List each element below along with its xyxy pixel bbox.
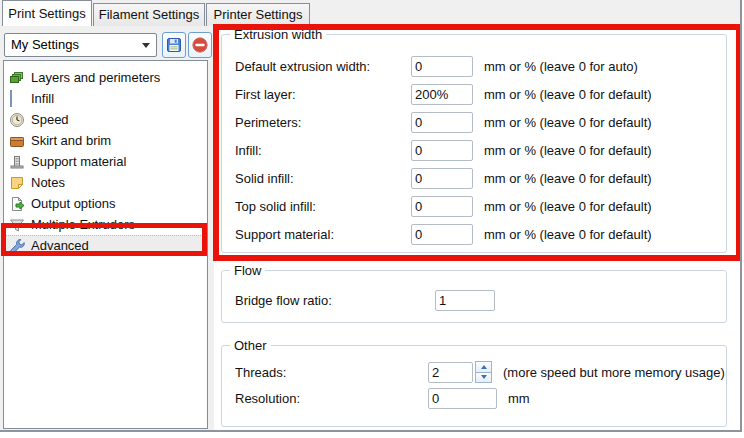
chevron-down-icon [142, 43, 150, 48]
slic3r-settings-window: Print Settings Filament Settings Printer… [0, 0, 742, 432]
output-icon [9, 196, 25, 212]
setting-unit: mm or % (leave 0 for auto) [484, 59, 638, 74]
sidebar-item-infill[interactable]: Infill [4, 88, 207, 109]
setting-row-threads: Threads: (more speed but more memory usa… [235, 359, 726, 385]
groupbox-extrusion-width: Extrusion width Default extrusion width:… [221, 34, 727, 253]
threads-stepper [475, 361, 492, 383]
stepper-down-button[interactable] [475, 373, 492, 384]
setting-unit: mm [508, 391, 530, 406]
settings-panel: Extrusion width Default extrusion width:… [214, 25, 741, 431]
setting-row-top-solid-infill: Top solid infill: mm or % (leave 0 for d… [235, 192, 726, 220]
sidebar-item-label: Infill [31, 91, 54, 106]
floppy-disk-icon [166, 37, 182, 53]
arrow-down-icon [481, 375, 487, 379]
arrow-up-icon [481, 365, 487, 369]
solid-infill-width-input[interactable] [411, 168, 473, 189]
tab-filament-settings[interactable]: Filament Settings [93, 3, 205, 26]
wrench-icon [9, 238, 25, 254]
setting-row-perimeters: Perimeters: mm or % (leave 0 for default… [235, 108, 726, 136]
groupbox-flow: Flow Bridge flow ratio: [221, 270, 727, 323]
setting-label: Perimeters: [235, 115, 411, 130]
red-minus-circle-icon [192, 37, 208, 53]
support-icon [9, 154, 25, 170]
sidebar-item-output-options[interactable]: Output options [4, 193, 207, 214]
groupbox-title: Other [230, 338, 271, 353]
setting-label: Resolution: [235, 391, 428, 406]
layers-icon [9, 70, 25, 86]
infill-width-input[interactable] [411, 140, 473, 161]
setting-unit: mm or % (leave 0 for default) [484, 87, 652, 102]
bridge-flow-ratio-input[interactable] [435, 290, 495, 311]
tab-print-settings[interactable]: Print Settings [2, 0, 92, 26]
sidebar-item-label: Support material [31, 154, 126, 169]
sidebar-item-label: Speed [31, 112, 69, 127]
infill-icon [9, 91, 25, 107]
tab-printer-settings[interactable]: Printer Settings [206, 3, 310, 26]
setting-unit: mm or % (leave 0 for default) [484, 171, 652, 186]
settings-category-list[interactable]: Layers and perimeters Infill Speed Skirt… [3, 60, 208, 429]
groupbox-title: Extrusion width [230, 27, 326, 42]
sidebar-item-multiple-extruders[interactable]: Multiple Extruders [4, 214, 207, 235]
setting-unit: (more speed but more memory usage) [503, 365, 725, 380]
setting-label: First layer: [235, 87, 411, 102]
setting-row-bridge-flow-ratio: Bridge flow ratio: [235, 286, 726, 314]
setting-unit: mm or % (leave 0 for default) [484, 199, 652, 214]
setting-label: Infill: [235, 143, 411, 158]
preset-dropdown[interactable]: My Settings [4, 33, 157, 57]
stepper-up-button[interactable] [475, 361, 492, 373]
sidebar-item-label: Skirt and brim [31, 133, 111, 148]
top-solid-infill-width-input[interactable] [411, 196, 473, 217]
sidebar-item-label: Output options [31, 196, 116, 211]
sidebar-item-notes[interactable]: Notes [4, 172, 207, 193]
sidebar-item-support-material[interactable]: Support material [4, 151, 207, 172]
sidebar-item-advanced[interactable]: Advanced [4, 235, 207, 256]
delete-preset-button[interactable] [188, 32, 212, 58]
setting-row-infill: Infill: mm or % (leave 0 for default) [235, 136, 726, 164]
threads-input[interactable] [428, 362, 473, 383]
save-preset-button[interactable] [162, 32, 186, 58]
sidebar-item-label: Layers and perimeters [31, 70, 160, 85]
skirt-icon [9, 133, 25, 149]
extruders-icon [9, 217, 25, 233]
sidebar-item-label: Notes [31, 175, 65, 190]
default-extrusion-width-input[interactable] [411, 56, 473, 77]
groupbox-other: Other Threads: (more speed but more memo… [221, 345, 727, 427]
speed-icon [9, 112, 25, 128]
sidebar-item-label: Advanced [31, 238, 89, 253]
sidebar-item-speed[interactable]: Speed [4, 109, 207, 130]
setting-row-default-extrusion-width: Default extrusion width: mm or % (leave … [235, 52, 726, 80]
preset-dropdown-value: My Settings [11, 37, 79, 52]
setting-unit: mm or % (leave 0 for default) [484, 143, 652, 158]
setting-unit: mm or % (leave 0 for default) [484, 227, 652, 242]
setting-row-solid-infill: Solid infill: mm or % (leave 0 for defau… [235, 164, 726, 192]
setting-label: Default extrusion width: [235, 59, 411, 74]
setting-row-support-material: Support material: mm or % (leave 0 for d… [235, 220, 726, 248]
sidebar-item-label: Multiple Extruders [31, 217, 135, 232]
setting-row-first-layer: First layer: mm or % (leave 0 for defaul… [235, 80, 726, 108]
setting-label: Top solid infill: [235, 199, 411, 214]
notes-icon [9, 175, 25, 191]
resolution-input[interactable] [428, 388, 497, 409]
perimeters-width-input[interactable] [411, 112, 473, 133]
setting-label: Solid infill: [235, 171, 411, 186]
setting-label: Support material: [235, 227, 411, 242]
setting-unit: mm or % (leave 0 for default) [484, 115, 652, 130]
groupbox-title: Flow [230, 263, 265, 278]
setting-row-resolution: Resolution: mm [235, 385, 726, 411]
first-layer-width-input[interactable] [411, 84, 473, 105]
sidebar-item-layers-and-perimeters[interactable]: Layers and perimeters [4, 67, 207, 88]
sidebar-item-skirt-and-brim[interactable]: Skirt and brim [4, 130, 207, 151]
setting-label: Bridge flow ratio: [235, 293, 435, 308]
support-material-width-input[interactable] [411, 224, 473, 245]
setting-label: Threads: [235, 365, 428, 380]
